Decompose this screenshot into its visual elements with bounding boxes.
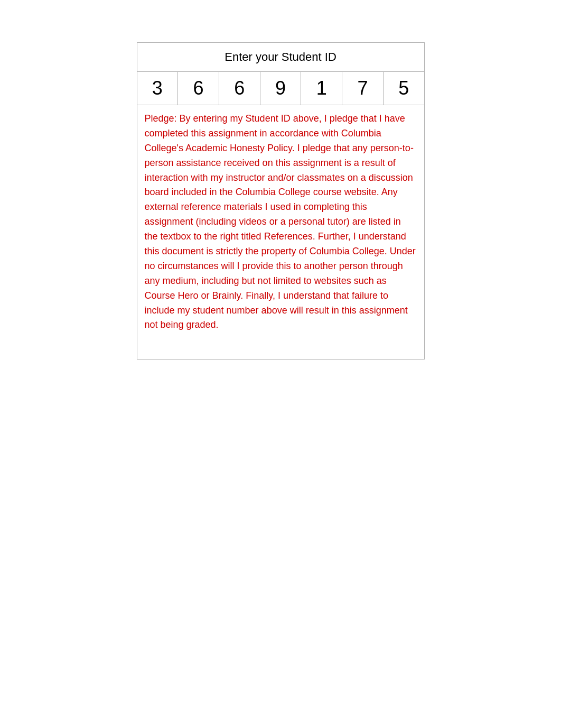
header-title: Enter your Student ID	[225, 50, 336, 63]
card-header: Enter your Student ID	[137, 43, 424, 72]
digit-2[interactable]: 6	[178, 72, 219, 105]
pledge-text: Pledge: By entering my Student ID above,…	[145, 112, 417, 333]
main-card: Enter your Student ID 3 6 6 9 1 7 5 Pled…	[137, 42, 425, 360]
digit-5[interactable]: 1	[301, 72, 342, 105]
digit-1[interactable]: 3	[137, 72, 179, 105]
digit-4[interactable]: 9	[260, 72, 302, 105]
pledge-section: Pledge: By entering my Student ID above,…	[137, 105, 424, 359]
digit-3[interactable]: 6	[219, 72, 260, 105]
digit-7[interactable]: 5	[384, 72, 424, 105]
digit-6[interactable]: 7	[342, 72, 384, 105]
student-id-row: 3 6 6 9 1 7 5	[137, 72, 424, 105]
